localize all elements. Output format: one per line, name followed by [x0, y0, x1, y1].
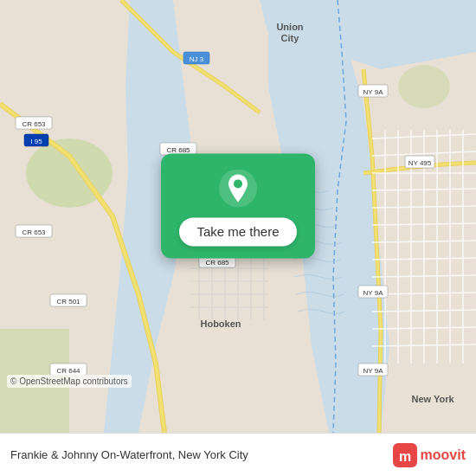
take-me-there-button[interactable]: Take me there — [179, 217, 296, 246]
svg-point-3 — [398, 65, 450, 108]
map-container: CR 653 CR 653 CR 685 CR 685 NJ 3 I 95 CR… — [0, 0, 476, 433]
bottom-bar: Frankie & Johnny On-Waterfront, New York… — [0, 433, 476, 476]
svg-text:City: City — [281, 33, 300, 43]
svg-text:New York: New York — [411, 394, 454, 404]
svg-text:Union: Union — [276, 22, 303, 32]
svg-text:CR 653: CR 653 — [22, 120, 46, 128]
location-name: Frankie & Johnny On-Waterfront, New York… — [10, 448, 393, 461]
map-attribution: © OpenStreetMap contributors — [7, 375, 132, 388]
svg-text:NY 9A: NY 9A — [363, 88, 384, 96]
moovit-brand-icon: m — [393, 443, 417, 467]
svg-text:NY 9A: NY 9A — [363, 289, 384, 297]
svg-text:CR 685: CR 685 — [205, 259, 229, 267]
svg-text:CR 644: CR 644 — [56, 367, 80, 375]
location-pin-icon — [219, 169, 257, 207]
svg-text:NJ 3: NJ 3 — [190, 55, 204, 63]
svg-text:I 95: I 95 — [30, 138, 42, 145]
svg-text:NY 9A: NY 9A — [363, 367, 384, 375]
svg-text:CR 501: CR 501 — [56, 298, 80, 306]
svg-text:m: m — [398, 449, 410, 464]
navigation-card: Take me there — [161, 153, 315, 258]
moovit-text: moovit — [421, 447, 466, 463]
svg-text:Hoboken: Hoboken — [200, 318, 241, 329]
moovit-logo: m moovit — [393, 443, 466, 467]
svg-text:CR 653: CR 653 — [22, 228, 46, 236]
svg-point-65 — [234, 179, 242, 188]
svg-text:NY 495: NY 495 — [408, 159, 432, 167]
